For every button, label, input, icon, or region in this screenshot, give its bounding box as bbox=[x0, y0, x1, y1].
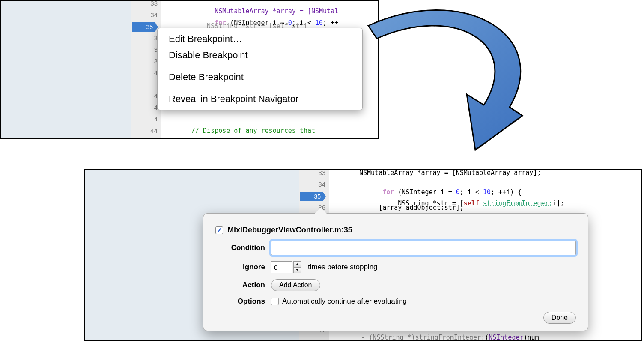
ignore-stepper[interactable]: ▲ ▼ bbox=[293, 261, 301, 273]
code-line: NSMutableArray *array = [NSMutableArray … bbox=[359, 169, 541, 177]
breakpoint-editor-popover: MixiDebuggerViewController.m:35 Conditio… bbox=[203, 213, 588, 331]
navigator-sidebar bbox=[1, 1, 131, 138]
options-label: Options bbox=[215, 297, 271, 306]
menu-item-edit-breakpoint[interactable]: Edit Breakpoint… bbox=[158, 31, 362, 47]
ignore-suffix-text: times before stopping bbox=[308, 263, 378, 271]
condition-label: Condition bbox=[215, 244, 271, 252]
breakpoint-marker[interactable]: 35 bbox=[300, 192, 326, 201]
auto-continue-text: Automatically continue after evaluating bbox=[282, 297, 407, 306]
code-line: [array addObject:str]; bbox=[359, 204, 464, 211]
line-number: 33 bbox=[150, 0, 158, 7]
bottom-screenshot-panel: 33 34 36 47 35 NSMutableArray *array = [… bbox=[84, 169, 642, 341]
menu-item-delete-breakpoint[interactable]: Delete Breakpoint bbox=[158, 69, 362, 85]
transition-arrow-icon bbox=[351, 0, 565, 167]
stepper-down-icon[interactable]: ▼ bbox=[293, 267, 301, 273]
line-number: 44 bbox=[150, 127, 158, 134]
menu-separator bbox=[158, 88, 362, 88]
line-number: 33 bbox=[318, 169, 325, 176]
condition-input[interactable] bbox=[271, 241, 576, 255]
stepper-up-icon[interactable]: ▲ bbox=[293, 261, 301, 267]
breakpoint-marker[interactable]: 35 bbox=[132, 22, 158, 32]
breakpoint-enabled-checkbox[interactable] bbox=[215, 226, 223, 234]
action-label: Action bbox=[215, 281, 271, 289]
ignore-count-input[interactable] bbox=[271, 261, 292, 273]
menu-item-disable-breakpoint[interactable]: Disable Breakpoint bbox=[158, 47, 362, 63]
done-button[interactable]: Done bbox=[543, 312, 576, 324]
line-number: 4 bbox=[154, 115, 158, 123]
breakpoint-title: MixiDebuggerViewController.m:35 bbox=[227, 226, 352, 235]
line-number: 34 bbox=[318, 181, 325, 188]
code-line: // Dispose of any resources that bbox=[191, 127, 315, 135]
add-action-button[interactable]: Add Action bbox=[271, 279, 320, 291]
menu-separator bbox=[158, 66, 362, 66]
top-screenshot-panel: 33 34 3 3 3 4 4 4 4 44 35 NSMutableArray… bbox=[0, 0, 379, 139]
auto-continue-checkbox[interactable] bbox=[271, 298, 279, 305]
menu-item-reveal-breakpoint[interactable]: Reveal in Breakpoint Navigator bbox=[158, 91, 362, 107]
line-number: 34 bbox=[150, 11, 158, 18]
breakpoint-context-menu: Edit Breakpoint… Disable Breakpoint Dele… bbox=[157, 28, 363, 110]
ignore-label: Ignore bbox=[215, 263, 271, 271]
